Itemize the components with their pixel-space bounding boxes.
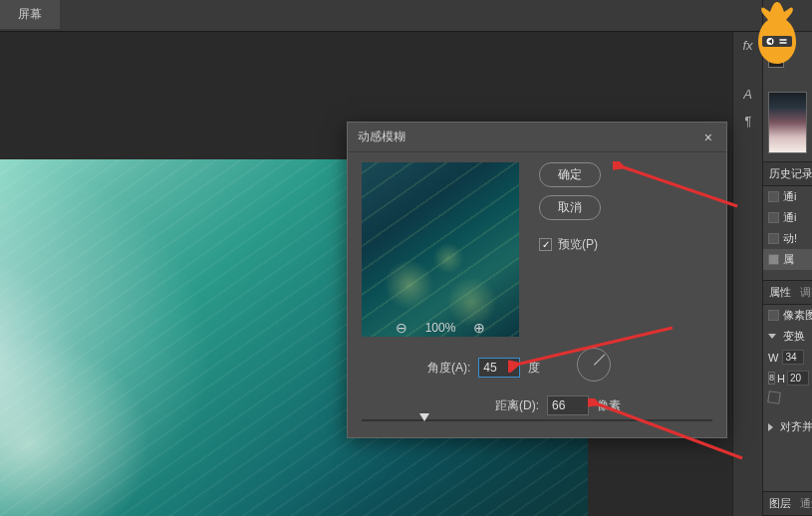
angle-label: 角度(A): — [427, 360, 470, 377]
preview-checkbox-row[interactable]: ✓ 预览(P) — [539, 236, 601, 253]
link-icon[interactable]: 8 — [768, 372, 775, 385]
align-section[interactable]: 对齐并分布 — [763, 416, 812, 437]
angle-input[interactable] — [478, 358, 520, 378]
document-tab[interactable]: 屏幕 — [0, 0, 60, 29]
slider-thumb[interactable] — [419, 413, 429, 421]
type-icon[interactable]: A — [733, 81, 762, 108]
panel-tab-label: 通道 — [800, 497, 812, 509]
history-item[interactable]: 通i — [763, 186, 812, 207]
ok-button[interactable]: 确定 — [539, 162, 601, 187]
zoom-out-button[interactable]: ⊖ — [396, 320, 407, 336]
rotate-row — [763, 388, 812, 406]
cancel-button[interactable]: 取消 — [539, 195, 601, 220]
distance-unit: 像素 — [597, 397, 621, 414]
history-item-label: 通i — [783, 189, 796, 204]
zoom-controls: ⊖ 100% ⊕ — [362, 320, 519, 336]
dialog-title-text: 动感模糊 — [358, 129, 406, 145]
history-item[interactable]: 通i — [763, 207, 812, 228]
w-label: W — [768, 352, 778, 364]
height-input[interactable] — [787, 371, 809, 386]
gradient-preview[interactable] — [768, 92, 807, 153]
angle-row: 角度(A): 度 — [427, 358, 540, 378]
angle-dial[interactable] — [577, 348, 611, 382]
dialog-body: 确定 取消 ✓ 预览(P) — [348, 152, 726, 347]
transform-label: 变换 — [783, 329, 805, 344]
chevron-down-icon — [768, 334, 776, 339]
pixel-layer-row: 像素图 — [763, 305, 812, 326]
history-item[interactable]: 动! — [763, 228, 812, 249]
preview-checkbox-label: 预览(P) — [558, 236, 598, 253]
properties-panel-tab[interactable]: 属性 调整 — [763, 280, 812, 305]
history-item[interactable]: 属 — [763, 249, 812, 270]
pixel-label: 像素图 — [783, 308, 812, 323]
history-thumb-icon — [768, 191, 779, 202]
history-thumb-icon — [768, 212, 779, 223]
top-bar: 屏幕 — [0, 0, 812, 32]
width-input[interactable] — [782, 350, 804, 365]
distance-label: 距离(D): — [495, 397, 539, 414]
checkbox-icon[interactable]: ✓ — [539, 238, 552, 251]
zoom-level: 100% — [425, 321, 456, 335]
preview-thumbnail[interactable] — [362, 162, 519, 337]
close-button[interactable]: × — [700, 129, 716, 145]
width-row: W — [763, 347, 812, 368]
history-item-label: 动! — [783, 231, 797, 246]
panel-tab-label: 图层 — [769, 497, 791, 509]
ninja-logo — [746, 0, 808, 68]
chevron-right-icon — [768, 423, 773, 431]
dialog-titlebar[interactable]: 动感模糊 × — [348, 123, 726, 152]
transform-section[interactable]: 变换 — [763, 326, 812, 347]
zoom-in-button[interactable]: ⊕ — [473, 320, 485, 336]
history-thumb-icon — [768, 233, 779, 244]
history-panel-tab[interactable]: 历史记录 — [763, 161, 812, 186]
height-row: 8H — [763, 368, 812, 388]
angle-unit: 度 — [528, 360, 540, 377]
paragraph-icon[interactable]: ¶ — [733, 108, 762, 134]
rotate-icon[interactable] — [767, 390, 781, 404]
history-item-label: 属 — [783, 252, 794, 267]
collapsed-panel-icons: fx A ¶ — [732, 32, 762, 516]
panel-tab-label: 属性 — [769, 286, 791, 298]
panel-tab-label: 调整 — [800, 286, 812, 298]
history-thumb-icon — [768, 254, 779, 265]
h-label: H — [777, 373, 785, 385]
dialog-buttons: 确定 取消 ✓ 预览(P) — [519, 162, 601, 337]
distance-slider[interactable] — [362, 419, 712, 421]
history-item-label: 通i — [783, 210, 796, 225]
layer-thumb-icon — [768, 310, 779, 321]
distance-row: 距离(D): 像素 — [495, 395, 621, 415]
right-panels: 历史记录 通i 通i 动! 属 属性 调整 像素图 变换 W 8H 对齐并分布 … — [762, 0, 812, 516]
align-label: 对齐并分布 — [780, 419, 812, 434]
motion-blur-dialog: 动感模糊 × 确定 取消 ✓ 预览(P) ⊖ 100% ⊕ 角度(A): 度 距… — [347, 122, 727, 438]
distance-input[interactable] — [547, 395, 589, 415]
layers-panel-tab[interactable]: 图层 通道 — [763, 491, 812, 516]
